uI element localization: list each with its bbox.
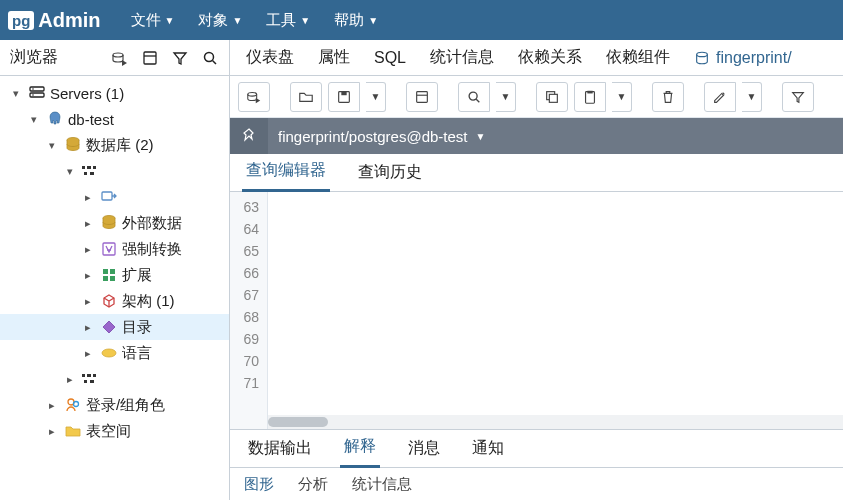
chevron-down-icon: ▼ — [165, 15, 175, 26]
horizontal-scrollbar[interactable] — [268, 415, 843, 429]
line-number: 66 — [230, 262, 259, 284]
tab-query-history[interactable]: 查询历史 — [354, 156, 426, 191]
line-number: 64 — [230, 218, 259, 240]
copy-button[interactable] — [536, 82, 568, 112]
tree-node[interactable]: ▾db-test — [0, 106, 229, 132]
chevron-right-icon[interactable]: ▸ — [44, 425, 60, 438]
search-objects-button[interactable] — [197, 45, 223, 71]
tree-node[interactable]: ▸登录/组角色 — [0, 392, 229, 418]
subtab-analysis[interactable]: 分析 — [298, 475, 328, 494]
find-dropdown[interactable]: ▼ — [496, 82, 516, 112]
tab-dependencies[interactable]: 依赖关系 — [516, 41, 584, 74]
sql-editor[interactable]: 636465666768697071 — [230, 192, 843, 430]
filter-rows-button[interactable] — [167, 45, 193, 71]
tab-dashboard[interactable]: 仪表盘 — [244, 41, 296, 74]
paste-dropdown[interactable]: ▼ — [612, 82, 632, 112]
tab-query-editor[interactable]: 查询编辑器 — [242, 154, 330, 192]
view-data-button[interactable] — [137, 45, 163, 71]
open-file-button[interactable] — [290, 82, 322, 112]
svg-rect-27 — [90, 172, 94, 175]
tree-node-label: 表空间 — [86, 422, 131, 441]
subtab-graphical[interactable]: 图形 — [244, 475, 274, 494]
svg-point-33 — [697, 52, 708, 56]
line-number: 67 — [230, 284, 259, 306]
edit-dropdown[interactable]: ▼ — [742, 82, 762, 112]
tab-statistics[interactable]: 统计信息 — [428, 41, 496, 74]
svg-point-22 — [113, 53, 123, 57]
pin-icon[interactable] — [230, 127, 268, 145]
filter-button[interactable] — [782, 82, 814, 112]
find-button[interactable] — [458, 82, 490, 112]
tree-node[interactable]: ▾Servers (1) — [0, 80, 229, 106]
svg-rect-32 — [90, 380, 94, 383]
object-tree: ▾Servers (1)▾db-test▾数据库 (2)▾▸▸外部数据▸强制转换… — [0, 76, 229, 500]
lang-icon — [100, 344, 118, 362]
menu-object[interactable]: 对象▼ — [188, 7, 252, 34]
tree-node[interactable]: ▸外部数据 — [0, 210, 229, 236]
tree-node[interactable]: ▸架构 (1) — [0, 288, 229, 314]
svg-rect-29 — [87, 374, 91, 377]
tree-node[interactable]: ▾ — [0, 158, 229, 184]
line-number: 71 — [230, 372, 259, 394]
save-dropdown[interactable]: ▼ — [366, 82, 386, 112]
edit-grid-button[interactable] — [406, 82, 438, 112]
cast-icon — [100, 188, 118, 206]
tab-dependents[interactable]: 依赖组件 — [604, 41, 672, 74]
chevron-right-icon[interactable]: ▸ — [62, 373, 78, 386]
editor-code-area[interactable] — [268, 192, 843, 429]
chevron-right-icon[interactable]: ▸ — [80, 243, 96, 256]
connection-selector[interactable]: fingerprint/postgres@db-test ▼ — [268, 118, 843, 154]
chevron-down-icon[interactable]: ▾ — [26, 113, 42, 126]
tree-node-label: 语言 — [122, 344, 152, 363]
tab-properties[interactable]: 属性 — [316, 41, 352, 74]
tree-node[interactable]: ▸扩展 — [0, 262, 229, 288]
tab-query-tool[interactable]: fingerprint/ — [692, 43, 794, 73]
logo-pg: pg — [8, 11, 34, 30]
ext-icon — [100, 266, 118, 284]
chevron-down-icon[interactable]: ▾ — [44, 139, 60, 152]
tree-node[interactable]: ▸目录 — [0, 314, 229, 340]
chevron-down-icon[interactable]: ▾ — [62, 165, 78, 178]
chevron-down-icon: ▼ — [300, 15, 310, 26]
edit-button[interactable] — [704, 82, 736, 112]
chevron-right-icon[interactable]: ▸ — [80, 269, 96, 282]
tree-node[interactable]: ▸语言 — [0, 340, 229, 366]
chevron-right-icon[interactable]: ▸ — [80, 295, 96, 308]
svg-rect-31 — [84, 380, 87, 383]
tab-sql[interactable]: SQL — [372, 43, 408, 73]
fts-icon — [100, 240, 118, 258]
execute-button[interactable] — [238, 82, 270, 112]
chevron-right-icon[interactable]: ▸ — [80, 347, 96, 360]
databases-icon — [100, 214, 118, 232]
tab-data-output[interactable]: 数据输出 — [244, 432, 316, 467]
chevron-right-icon[interactable]: ▸ — [80, 321, 96, 334]
menu-tools[interactable]: 工具▼ — [256, 7, 320, 34]
tab-messages[interactable]: 消息 — [404, 432, 444, 467]
svg-rect-23 — [82, 166, 85, 169]
save-button[interactable] — [328, 82, 360, 112]
chevron-right-icon[interactable]: ▸ — [80, 191, 96, 204]
content-panel: 仪表盘 属性 SQL 统计信息 依赖关系 依赖组件 fingerprint/ ▼… — [230, 40, 843, 500]
menu-file[interactable]: 文件▼ — [121, 7, 185, 34]
query-tool-button[interactable] — [107, 45, 133, 71]
paste-button[interactable] — [574, 82, 606, 112]
tree-node[interactable]: ▸表空间 — [0, 418, 229, 444]
tab-explain[interactable]: 解释 — [340, 430, 380, 468]
subtab-statistics[interactable]: 统计信息 — [352, 475, 412, 494]
menubar: pg Admin 文件▼ 对象▼ 工具▼ 帮助▼ — [0, 0, 843, 40]
tree-node-label: 强制转换 — [122, 240, 182, 259]
menu-help[interactable]: 帮助▼ — [324, 7, 388, 34]
tree-node-label: 数据库 (2) — [86, 136, 154, 155]
tree-node-label: 架构 (1) — [122, 292, 175, 311]
tab-notifications[interactable]: 通知 — [468, 432, 508, 467]
tree-node[interactable]: ▸强制转换 — [0, 236, 229, 262]
tree-node[interactable]: ▾数据库 (2) — [0, 132, 229, 158]
chevron-right-icon[interactable]: ▸ — [80, 217, 96, 230]
chevron-right-icon[interactable]: ▸ — [44, 399, 60, 412]
logo-admin: Admin — [38, 9, 100, 32]
tablespace-icon — [64, 422, 82, 440]
delete-button[interactable] — [652, 82, 684, 112]
tree-node[interactable]: ▸ — [0, 184, 229, 210]
tree-node[interactable]: ▸ — [0, 366, 229, 392]
chevron-down-icon[interactable]: ▾ — [8, 87, 24, 100]
